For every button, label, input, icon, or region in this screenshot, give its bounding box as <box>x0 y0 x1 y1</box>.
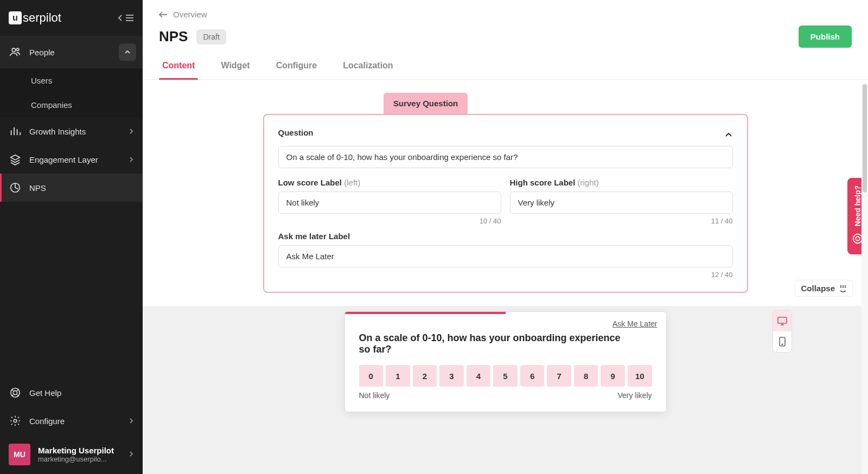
ask-later-input[interactable] <box>278 245 733 267</box>
arrow-left-icon <box>159 11 168 18</box>
sidebar-item-users[interactable]: Users <box>0 68 143 93</box>
preview-low-label: Not likely <box>359 391 390 400</box>
svg-rect-6 <box>778 317 787 323</box>
scale-7[interactable]: 7 <box>547 365 571 387</box>
device-mobile-button[interactable] <box>773 331 792 352</box>
device-switch <box>773 310 792 353</box>
tab-widget[interactable]: Widget <box>218 56 253 79</box>
sidebar-label: Get Help <box>29 388 61 398</box>
collapse-section-button[interactable] <box>724 130 733 140</box>
scale-8[interactable]: 8 <box>574 365 598 387</box>
tabs: Content Widget Configure Localization <box>143 48 868 80</box>
avatar: MU <box>9 444 30 465</box>
scale-6[interactable]: 6 <box>520 365 545 387</box>
sidebar-item-people[interactable]: People <box>0 36 143 68</box>
high-score-label: High score Label (right) <box>510 178 733 187</box>
sidebar-item-engagement-layer[interactable]: Engagement Layer <box>0 145 143 174</box>
nps-icon <box>9 181 22 194</box>
logo-text: serpilot <box>23 11 61 25</box>
sidebar-label: Engagement Layer <box>29 155 98 164</box>
menu-icon <box>125 14 134 22</box>
low-score-counter: 10 / 40 <box>278 217 501 225</box>
logo-mark-icon: u <box>9 11 22 24</box>
ask-later-counter: 12 / 40 <box>278 271 733 279</box>
svg-point-9 <box>853 234 863 244</box>
tab-content[interactable]: Content <box>159 56 198 79</box>
chart-icon <box>9 125 22 138</box>
scrollbar[interactable] <box>861 84 868 474</box>
sidebar-collapse-button[interactable] <box>118 14 134 22</box>
profile-name: Marketing Userpilot <box>38 446 121 455</box>
chevron-up-icon[interactable] <box>119 43 136 61</box>
chevron-right-icon <box>129 450 134 459</box>
status-badge: Draft <box>196 29 226 44</box>
layers-icon <box>9 153 22 166</box>
scale-5[interactable]: 5 <box>493 365 518 387</box>
chevron-right-icon <box>129 417 134 426</box>
survey-question-tab[interactable]: Survey Question <box>384 93 468 114</box>
survey-question-card: Question Low score Label (left) 10 / 40 … <box>263 114 748 293</box>
logo[interactable]: u serpilot <box>9 11 61 25</box>
sidebar-item-configure[interactable]: Configure <box>0 407 143 435</box>
profile-email: marketing@userpilo... <box>38 455 121 463</box>
device-desktop-button[interactable] <box>773 311 792 331</box>
chevron-left-icon <box>118 14 123 22</box>
tab-localization[interactable]: Localization <box>340 56 396 79</box>
ask-me-later-link[interactable]: Ask Me Later <box>612 319 657 328</box>
preview-high-label: Very likely <box>617 391 652 400</box>
sidebar-item-growth-insights[interactable]: Growth Insights <box>0 117 143 145</box>
nps-scale: 0 1 2 3 4 5 6 7 8 9 10 <box>359 365 652 387</box>
survey-preview: Ask Me Later On a scale of 0-10, how has… <box>344 311 667 412</box>
low-score-label: Low score Label (left) <box>278 178 501 187</box>
ask-later-label: Ask me later Label <box>278 232 733 241</box>
question-label: Question <box>278 128 314 137</box>
scale-3[interactable]: 3 <box>439 365 464 387</box>
sidebar-item-get-help[interactable]: Get Help <box>0 379 143 407</box>
chevron-right-icon <box>129 127 134 136</box>
sidebar-label: NPS <box>29 183 46 193</box>
scale-4[interactable]: 4 <box>467 365 491 387</box>
svg-point-5 <box>14 419 17 422</box>
high-score-counter: 11 / 40 <box>510 217 733 225</box>
preview-area: Ask Me Later On a scale of 0-10, how has… <box>143 306 868 474</box>
svg-point-4 <box>13 390 17 394</box>
sidebar: u serpilot People Users Companies Growth… <box>0 0 143 474</box>
sidebar-label: Growth Insights <box>29 127 86 136</box>
collapse-icon <box>839 285 847 292</box>
main: Overview NPS Draft Publish Content Widge… <box>143 0 868 474</box>
publish-button[interactable]: Publish <box>799 25 852 48</box>
gear-icon <box>9 414 22 427</box>
scale-2[interactable]: 2 <box>413 365 437 387</box>
scale-9[interactable]: 9 <box>601 365 625 387</box>
svg-point-1 <box>16 48 19 51</box>
lifebuoy-icon <box>9 386 22 399</box>
tab-configure[interactable]: Configure <box>273 56 321 79</box>
preview-question: On a scale of 0-10, how has your onboard… <box>359 332 625 355</box>
scale-10[interactable]: 10 <box>628 365 652 387</box>
question-input[interactable] <box>278 146 733 168</box>
high-score-input[interactable] <box>510 191 733 214</box>
chevron-right-icon <box>129 155 134 164</box>
svg-point-0 <box>12 48 15 52</box>
scale-1[interactable]: 1 <box>386 365 410 387</box>
breadcrumb-overview[interactable]: Overview <box>143 0 868 19</box>
svg-point-10 <box>856 237 859 241</box>
sidebar-item-nps[interactable]: NPS <box>0 174 143 202</box>
people-icon <box>9 46 22 59</box>
profile-menu[interactable]: MU Marketing Userpilot marketing@userpil… <box>0 435 143 474</box>
page-title: NPS <box>159 28 188 45</box>
collapse-preview-button[interactable]: Collapse <box>795 280 853 297</box>
low-score-input[interactable] <box>278 191 501 214</box>
svg-point-8 <box>782 344 783 345</box>
scale-0[interactable]: 0 <box>359 365 384 387</box>
sidebar-label: People <box>29 48 55 57</box>
sidebar-item-companies[interactable]: Companies <box>0 93 143 117</box>
sidebar-label: Configure <box>29 417 65 426</box>
